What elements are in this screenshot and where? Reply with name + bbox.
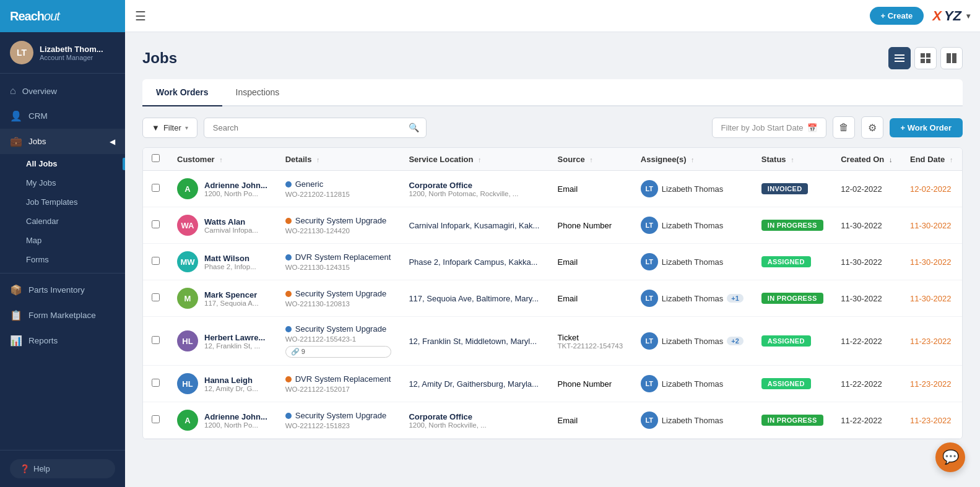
detail-wo: WO-221130-120813 [285,300,392,308]
source-cell: Phone Number [549,366,632,402]
job-templates-label: Job Templates [26,197,78,207]
tab-inspections[interactable]: Inspections [222,79,293,106]
detail-wo: WO-221122-151823 [285,422,392,429]
row-checkbox[interactable] [152,257,160,265]
assignee-plus-badge: +2 [727,337,744,345]
row-checkbox[interactable] [152,220,160,228]
jobs-submenu: All Jobs My Jobs Job Templates Calendar … [0,154,125,269]
sidebar: Reachout LT Lizabeth Thom... Account Man… [0,0,125,487]
service-location-name: 12, Amity Dr, Gaithersburg, Maryla... [409,379,540,389]
col-end-date[interactable]: End Date ↑ [901,148,962,171]
detail-link-badge[interactable]: 🔗 9 [285,346,392,358]
col-assignees[interactable]: Assignee(s) ↑ [632,148,753,171]
sidebar-item-all-jobs[interactable]: All Jobs [26,154,125,173]
customer-name: Herbert Lawre... [204,333,265,342]
status-cell: ASSIGNED [753,244,832,280]
col-details[interactable]: Details ↑ [277,148,401,171]
assignee-avatar: LT [641,253,658,270]
service-location-cell: Corporate Office 1200, North Potomac, Ro… [400,171,549,207]
filter-button[interactable]: ▼ Filter ▾ [142,118,197,138]
jobs-table: Customer ↑ Details ↑ Service Location ↑ [142,147,963,439]
customer-cell: MW Matt Wilson Phase 2, Infop... [168,244,277,280]
calendar-icon: 📅 [807,123,817,132]
sidebar-item-job-templates[interactable]: Job Templates [26,192,125,212]
table-row: MW Matt Wilson Phase 2, Infop... DVR Sys… [143,244,962,280]
table-row: HL Herbert Lawre... 12, Franklin St, ...… [143,317,962,366]
date-filter[interactable]: Filter by Job Start Date 📅 [712,118,826,138]
sidebar-logo[interactable]: Reachout [0,0,125,32]
sidebar-item-map[interactable]: Map [26,231,125,250]
assignee-cell: LT Lizabeth Thomas [632,171,753,207]
col-end-date-label: End Date [910,155,945,164]
brand-logo[interactable]: XYZ ▾ [932,8,970,24]
assignee-cell: LT Lizabeth Thomas [632,402,753,439]
detail-dot [285,181,292,187]
row-checkbox[interactable] [152,379,160,387]
all-jobs-label: All Jobs [26,159,58,168]
row-checkbox-cell [143,207,168,244]
sidebar-item-overview[interactable]: ⌂ Overview [0,79,125,103]
service-location-cell: 12, Franklin St, Middletown, Maryl... [400,317,549,366]
help-button[interactable]: ❓ Help [10,459,115,478]
sidebar-item-my-jobs[interactable]: My Jobs [26,173,125,192]
tab-work-orders[interactable]: Work Orders [142,79,222,106]
col-customer[interactable]: Customer ↑ [168,148,277,171]
col-service-location[interactable]: Service Location ↑ [400,148,549,171]
row-checkbox[interactable] [152,336,160,344]
status-cell: ASSIGNED [753,366,832,402]
collapse-icon: ◀ [110,137,115,146]
grid-view-button[interactable] [914,47,937,69]
assignee-avatar: LT [641,412,658,429]
customer-cell: A Adrienne John... 1200, North Po... [168,402,277,439]
col-source[interactable]: Source ↑ [549,148,632,171]
status-badge: IN PROGRESS [761,220,823,231]
row-checkbox[interactable] [152,293,160,301]
source-cell: Email [549,244,632,280]
select-all-cell [143,148,168,171]
end-date-cell: 11-23-2022 [901,317,962,366]
assignee-avatar: LT [641,375,658,392]
created-on-cell: 11-30-2022 [832,280,901,317]
sidebar-item-form-marketplace[interactable]: 📋 Form Marketplace [0,303,125,328]
user-avatar: LT [10,41,33,64]
col-customer-label: Customer [177,155,215,164]
sidebar-item-jobs[interactable]: 💼 Jobs ◀ [0,129,125,154]
customer-name: Watts Alan [204,217,258,226]
filter-label: Filter [163,123,181,132]
settings-button[interactable]: ⚙ [861,116,883,139]
list-view-button[interactable] [888,47,911,69]
svg-rect-6 [926,59,930,63]
my-jobs-label: My Jobs [26,178,56,187]
customer-cell: M Mark Spencer 117, Sequoia A... [168,280,277,317]
delete-button[interactable]: 🗑 [833,116,855,139]
customer-avatar: HL [177,330,198,351]
sidebar-item-reports[interactable]: 📊 Reports [0,328,125,353]
created-on-cell: 11-30-2022 [832,244,901,280]
table-row: WA Watts Alan Carnival Infopa... Securit… [143,207,962,244]
sidebar-item-crm[interactable]: 👤 CRM [0,103,125,129]
chat-bubble[interactable]: 💬 [935,442,965,472]
details-cell: Generic WO-221202-112815 [277,171,401,207]
create-button[interactable]: + Create [870,7,924,25]
row-checkbox[interactable] [152,415,160,423]
col-status[interactable]: Status ↑ [753,148,832,171]
sidebar-item-calendar[interactable]: Calendar [26,212,125,231]
sidebar-item-parts-inventory[interactable]: 📦 Parts Inventory [0,277,125,303]
detail-title: Security System Upgrade [285,289,392,298]
svg-rect-7 [947,53,951,63]
select-all-checkbox[interactable] [152,154,160,162]
created-on-cell: 11-30-2022 [832,207,901,244]
help-circle-icon: ❓ [20,464,30,473]
add-work-order-button[interactable]: + Work Order [890,118,963,137]
search-icon: 🔍 [409,123,419,132]
status-cell: IN PROGRESS [753,280,832,317]
sidebar-item-forms[interactable]: Forms [26,250,125,269]
source-cell: Email [549,402,632,439]
sidebar-item-reports-label: Reports [28,336,58,345]
row-checkbox[interactable] [152,184,160,192]
search-input[interactable] [204,118,427,138]
col-created-on[interactable]: Created On ↓ [832,148,901,171]
split-view-button[interactable] [940,47,963,69]
hamburger-icon[interactable]: ☰ [135,9,146,24]
sidebar-item-jobs-label: Jobs [28,137,46,146]
